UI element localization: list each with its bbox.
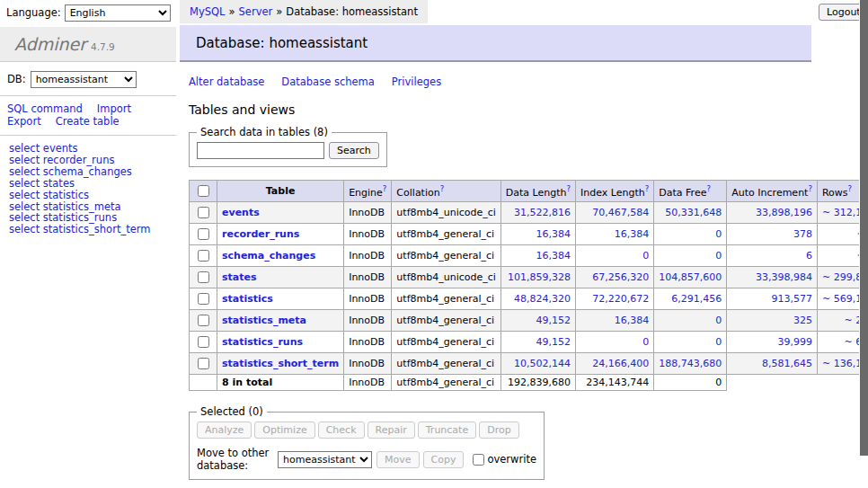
total-engine: InnoDB (344, 375, 392, 391)
row-checkbox[interactable] (198, 207, 209, 218)
row-checkbox[interactable] (198, 358, 209, 369)
privileges-link[interactable]: Privileges (392, 75, 441, 88)
breadcrumb-server-link[interactable]: Server (239, 5, 273, 18)
scrollbar-thumb[interactable] (860, 0, 868, 456)
data-free-link[interactable]: 6,291,456 (671, 293, 722, 305)
overwrite-checkbox[interactable] (473, 454, 484, 466)
data-length-link[interactable]: 49,152 (536, 315, 571, 326)
alter-database-link[interactable]: Alter database (189, 75, 264, 88)
data-free-link[interactable]: 0 (715, 315, 722, 326)
collation-cell: utf8mb4_unicode_ci (392, 202, 500, 224)
sidebar-select-link[interactable]: select schema_changes (9, 165, 132, 178)
table-name-link[interactable]: schema_changes (222, 250, 315, 262)
data-length-link[interactable]: 16,384 (536, 228, 571, 240)
index-length-cell: 70,467,584 (576, 202, 654, 224)
row-checkbox[interactable] (198, 293, 209, 305)
db-select[interactable]: homeassistant (31, 71, 137, 88)
data-length-link[interactable]: 31,522,816 (514, 207, 571, 218)
export-link[interactable]: Export (7, 115, 41, 128)
table-name-link[interactable]: statistics_short_term (222, 358, 339, 369)
language-select[interactable]: English (65, 4, 171, 22)
index-length-link[interactable]: 67,256,320 (592, 271, 649, 283)
auto-increment-link[interactable]: 325 (793, 315, 812, 326)
row-checkbox[interactable] (198, 336, 209, 348)
index-length-link[interactable]: 72,220,672 (592, 293, 649, 305)
data-free-help-link[interactable]: ? (706, 184, 711, 193)
auto-increment-link[interactable]: 39,999 (777, 336, 812, 348)
auto-increment-link[interactable]: 6 (806, 250, 812, 262)
data-length-link[interactable]: 16,384 (536, 250, 571, 262)
auto-increment-link[interactable]: 913,577 (771, 293, 812, 305)
data-free-link[interactable]: 0 (715, 336, 722, 348)
auto-increment-link[interactable]: 8,581,645 (762, 358, 812, 369)
index-length-cell: 0 (576, 245, 654, 267)
engine-help-link[interactable]: ? (383, 184, 387, 193)
sidebar-select-link[interactable]: select states (9, 177, 75, 190)
import-link[interactable]: Import (97, 102, 131, 115)
sql-command-link[interactable]: SQL command (7, 102, 83, 115)
data-free-link[interactable]: 0 (715, 250, 722, 262)
total-index-length: 234,143,744 (576, 375, 654, 391)
auto-increment-link[interactable]: 33,898,196 (756, 207, 812, 218)
search-input[interactable] (197, 142, 324, 159)
row-checkbox[interactable] (198, 271, 209, 283)
data-length-link[interactable]: 10,502,144 (514, 358, 571, 369)
index-length-link[interactable]: 24,166,400 (592, 358, 649, 369)
data-free-link[interactable]: 188,743,680 (659, 358, 722, 369)
data-length-cell: 49,152 (500, 310, 575, 332)
optimize-button[interactable]: Optimize (254, 421, 314, 439)
select-all-checkbox[interactable] (198, 185, 209, 197)
data-length-link[interactable]: 49,152 (536, 336, 571, 348)
database-schema-link[interactable]: Database schema (281, 75, 374, 88)
auto-increment-help-link[interactable]: ? (808, 184, 812, 193)
row-checkbox[interactable] (198, 315, 209, 326)
table-name-link[interactable]: events (222, 207, 260, 218)
move-button[interactable]: Move (376, 451, 420, 468)
collation-help-link[interactable]: ? (440, 184, 445, 193)
row-checkbox[interactable] (198, 250, 209, 262)
copy-button[interactable]: Copy (423, 451, 465, 468)
data-length-link[interactable]: 48,824,320 (514, 293, 571, 305)
analyze-button[interactable]: Analyze (197, 421, 252, 439)
engine-cell: InnoDB (344, 245, 392, 267)
table-name-link[interactable]: recorder_runs (222, 228, 299, 240)
auto-increment-link[interactable]: 33,398,984 (756, 271, 812, 283)
sidebar-select-link[interactable]: select recorder_runs (9, 154, 114, 166)
breadcrumb-mysql-link[interactable]: MySQL (190, 5, 226, 18)
index-length-link[interactable]: 70,467,584 (592, 207, 649, 218)
repair-button[interactable]: Repair (368, 421, 415, 439)
truncate-button[interactable]: Truncate (418, 421, 476, 439)
index-length-link[interactable]: 0 (642, 336, 649, 348)
sidebar-select-link[interactable]: select statistics_short_term (9, 223, 150, 235)
table-name-link[interactable]: statistics (222, 293, 273, 305)
table-name-link[interactable]: states (222, 271, 257, 283)
check-button[interactable]: Check (318, 421, 365, 439)
breadcrumb: MySQL»Server»Database: homeassistant (180, 0, 428, 23)
index-length-link[interactable]: 16,384 (615, 228, 650, 240)
create-table-link[interactable]: Create table (56, 115, 120, 128)
index-length-link[interactable]: 0 (642, 250, 649, 262)
col-header-data-length: Data Length? (500, 181, 575, 202)
data-length-help-link[interactable]: ? (567, 184, 571, 193)
collation-cell: utf8mb4_general_ci (392, 245, 500, 267)
sidebar-select-link[interactable]: select statistics (9, 189, 89, 201)
move-db-select[interactable]: homeassistant (278, 451, 372, 468)
table-name-cell: schema_changes (217, 245, 344, 267)
data-free-link[interactable]: 104,857,600 (659, 271, 722, 283)
table-row: events InnoDB utf8mb4_unicode_ci 31,522,… (190, 202, 868, 224)
sidebar-select-link[interactable]: select events (9, 142, 78, 155)
auto-increment-link[interactable]: 378 (793, 228, 812, 240)
table-name-link[interactable]: statistics_meta (222, 315, 306, 326)
data-free-link[interactable]: 0 (715, 228, 722, 240)
row-checkbox[interactable] (198, 228, 209, 240)
search-button[interactable]: Search (329, 142, 379, 159)
table-name-link[interactable]: statistics_runs (222, 336, 303, 348)
sidebar-select-link[interactable]: select statistics_meta (9, 200, 121, 213)
sidebar-select-link[interactable]: select statistics_runs (9, 211, 117, 224)
index-length-help-link[interactable]: ? (645, 184, 650, 193)
data-length-link[interactable]: 101,859,328 (508, 271, 571, 283)
index-length-link[interactable]: 16,384 (615, 315, 650, 326)
drop-button[interactable]: Drop (479, 421, 518, 439)
rows-help-link[interactable]: ? (848, 184, 853, 193)
data-free-link[interactable]: 50,331,648 (665, 207, 722, 218)
